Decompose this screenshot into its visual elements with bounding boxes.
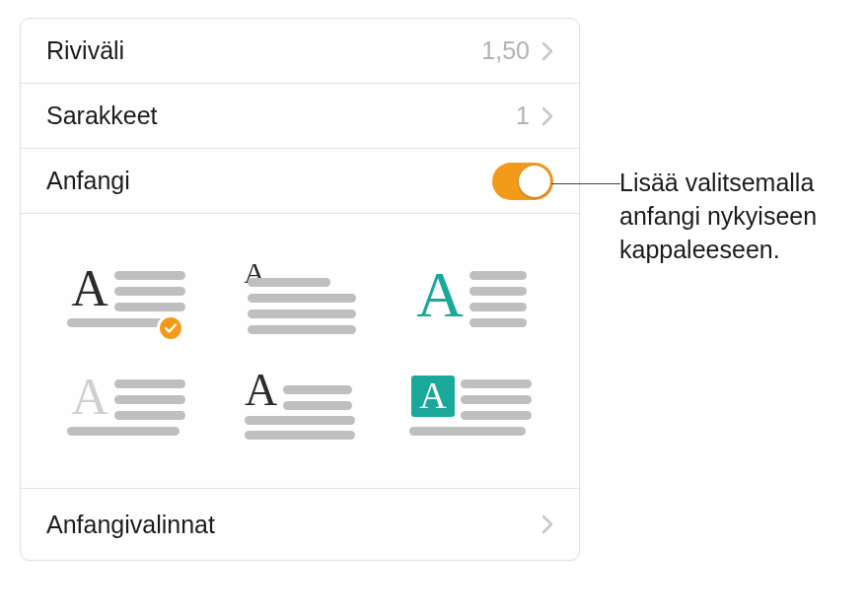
dropcap-thumb-icon: A [411,376,531,436]
dropcap-row: Anfangi [21,149,579,214]
format-panel: Riviväli 1,50 Sarakkeet 1 Anfangi A [20,18,580,561]
dropcap-options-label: Anfangivalinnat [46,511,215,539]
chevron-right-icon [541,41,553,61]
chevron-right-icon [541,514,553,534]
callout-leader-line [551,183,620,184]
columns-row[interactable]: Sarakkeet 1 [21,84,579,149]
dropcap-thumb-icon: A [416,267,527,327]
line-spacing-value-group: 1,50 [481,36,553,65]
toggle-knob [519,166,550,197]
columns-value-group: 1 [516,102,553,130]
dropcap-style-5[interactable]: A [224,366,376,445]
dropcap-style-3[interactable]: A [396,257,547,336]
dropcap-options-row[interactable]: Anfangivalinnat [21,489,579,560]
dropcap-styles-grid: A A [21,214,579,489]
line-spacing-value: 1,50 [481,36,530,65]
dropcap-label: Anfangi [46,167,130,195]
dropcap-thumb-icon: A [71,376,185,436]
line-spacing-row[interactable]: Riviväli 1,50 [21,19,579,84]
columns-label: Sarakkeet [46,102,158,130]
chevron-right-icon [541,106,553,126]
callout-text: Lisää valitsemalla anfangi nykyiseen kap… [619,167,856,266]
dropcap-toggle[interactable] [492,163,553,200]
dropcap-style-6[interactable]: A [396,366,547,445]
dropcap-thumb-icon: A [244,260,356,334]
dropcap-style-4[interactable]: A [52,366,204,445]
columns-value: 1 [516,102,530,130]
dropcap-style-2[interactable]: A [224,257,376,336]
line-spacing-label: Riviväli [46,36,124,65]
dropcap-thumb-icon: A [245,371,355,439]
dropcap-style-1[interactable]: A [52,257,204,336]
check-icon [157,314,184,342]
